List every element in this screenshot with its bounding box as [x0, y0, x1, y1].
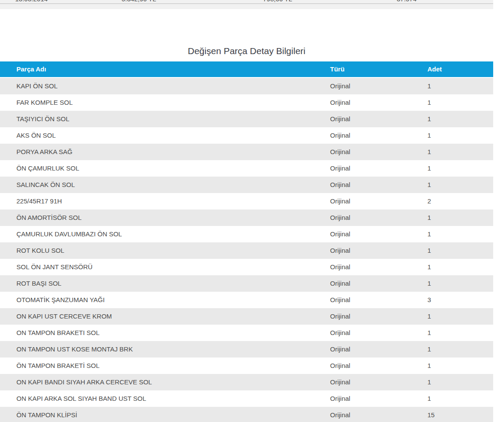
part-type-cell: Orijinal — [330, 209, 350, 226]
part-qty-cell: 1 — [427, 111, 431, 127]
part-qty-cell: 1 — [427, 275, 431, 292]
part-qty-cell: 1 — [427, 325, 431, 341]
table-row: SOL ÖN JANT SENSÖRÜOrijinal1 — [0, 259, 493, 275]
part-name-cell: ROT KOLU SOL — [16, 242, 64, 259]
previous-table-bottom-border — [0, 3, 493, 4]
part-name-cell: TAŞIYICI ÖN SOL — [16, 111, 69, 127]
section-title: Değişen Parça Detay Bilgileri — [0, 46, 493, 56]
table-row: ON KAPI BANDI SIYAH ARKA CERCEVE SOLOrij… — [0, 374, 493, 390]
part-name-cell: ÖN TAMPON BRAKETİ SOL — [16, 358, 100, 374]
part-qty-cell: 1 — [427, 127, 431, 144]
part-name-cell: ÖN TAMPON KLİPSİ — [16, 407, 77, 422]
part-name-cell: ON TAMPON BRAKETI SOL — [16, 325, 100, 341]
table-row: ON TAMPON UST KOSE MONTAJ BRKOrijinal1 — [0, 341, 493, 358]
part-name-cell: ROT BAŞI SOL — [16, 275, 61, 292]
part-name-cell: OTOMATİK ŞANZUMAN YAĞI — [16, 292, 105, 308]
table-row: OTOMATİK ŞANZUMAN YAĞIOrijinal3 — [0, 292, 493, 308]
table-row: ÖN TAMPON BRAKETİ SOLOrijinal1 — [0, 358, 493, 374]
part-type-cell: Orijinal — [330, 242, 350, 259]
part-type-cell: Orijinal — [330, 407, 350, 422]
column-header-turu: Türü — [330, 61, 344, 77]
table-row: ON KAPI ARKA SOL SIYAH BAND UST SOLOriji… — [0, 390, 493, 407]
table-row: SALINCAK ÖN SOLOrijinal1 — [0, 177, 493, 193]
table-row: FAR KOMPLE SOLOrijinal1 — [0, 94, 493, 111]
partial-cell-date: 13.03.2014 — [15, 0, 48, 3]
part-qty-cell: 1 — [427, 308, 431, 325]
part-qty-cell: 1 — [427, 177, 431, 193]
part-name-cell: ÖN ÇAMURLUK SOL — [16, 160, 79, 177]
part-type-cell: Orijinal — [330, 193, 350, 209]
part-name-cell: ON KAPI UST CERCEVE KROM — [16, 308, 112, 325]
part-name-cell: AKS ÖN SOL — [16, 127, 56, 144]
part-type-cell: Orijinal — [330, 308, 350, 325]
table-row: ROT KOLU SOLOrijinal1 — [0, 242, 493, 259]
part-qty-cell: 1 — [427, 374, 431, 390]
partial-cell-amount-2: 798,00 TL — [263, 0, 292, 3]
part-type-cell: Orijinal — [330, 111, 350, 127]
part-name-cell: ÖN AMORTİSÖR SOL — [16, 209, 82, 226]
part-name-cell: ÇAMURLUK DAVLUMBAZI ÖN SOL — [16, 226, 122, 242]
part-qty-cell: 1 — [427, 242, 431, 259]
part-qty-cell: 1 — [427, 160, 431, 177]
column-header-adet: Adet — [427, 61, 442, 77]
table-body: KAPI ÖN SOLOrijinal1FAR KOMPLE SOLOrijin… — [0, 78, 493, 422]
part-name-cell: KAPI ÖN SOL — [16, 78, 58, 94]
table-row: KAPI ÖN SOLOrijinal1 — [0, 78, 493, 94]
table-row: ÇAMURLUK DAVLUMBAZI ÖN SOLOrijinal1 — [0, 226, 493, 242]
part-qty-cell: 1 — [427, 341, 431, 358]
part-type-cell: Orijinal — [330, 374, 350, 390]
part-name-cell: ON KAPI BANDI SIYAH ARKA CERCEVE SOL — [16, 374, 152, 390]
part-name-cell: SALINCAK ÖN SOL — [16, 177, 75, 193]
previous-table-partial-row: 13.03.2014 5.342,90 TL 798,00 TL 37.574 — [0, 0, 493, 9]
changed-parts-table: Parça Adı Türü Adet KAPI ÖN SOLOrijinal1… — [0, 61, 493, 422]
part-name-cell: FAR KOMPLE SOL — [16, 94, 73, 111]
table-row: ROT BAŞI SOLOrijinal1 — [0, 275, 493, 292]
table-row: TAŞIYICI ÖN SOLOrijinal1 — [0, 111, 493, 127]
partial-cell-amount-1: 5.342,90 TL — [122, 0, 156, 3]
part-type-cell: Orijinal — [330, 275, 350, 292]
part-type-cell: Orijinal — [330, 358, 350, 374]
table-row: 225/45R17 91HOrijinal2 — [0, 193, 493, 209]
part-qty-cell: 15 — [427, 407, 435, 422]
part-qty-cell: 1 — [427, 94, 431, 111]
part-type-cell: Orijinal — [330, 341, 350, 358]
table-header-row: Parça Adı Türü Adet — [0, 61, 493, 77]
part-name-cell: 225/45R17 91H — [16, 193, 62, 209]
part-qty-cell: 1 — [427, 144, 431, 160]
part-type-cell: Orijinal — [330, 144, 350, 160]
part-qty-cell: 2 — [427, 193, 431, 209]
table-row: AKS ÖN SOLOrijinal1 — [0, 127, 493, 144]
part-name-cell: PORYA ARKA SAĞ — [16, 144, 73, 160]
part-qty-cell: 1 — [427, 226, 431, 242]
table-row: ÖN TAMPON KLİPSİOrijinal15 — [0, 407, 493, 422]
part-name-cell: ON KAPI ARKA SOL SIYAH BAND UST SOL — [16, 390, 146, 407]
part-type-cell: Orijinal — [330, 94, 350, 111]
part-name-cell: SOL ÖN JANT SENSÖRÜ — [16, 259, 93, 275]
part-qty-cell: 1 — [427, 259, 431, 275]
part-qty-cell: 1 — [427, 390, 431, 407]
part-qty-cell: 1 — [427, 209, 431, 226]
part-qty-cell: 1 — [427, 358, 431, 374]
part-type-cell: Orijinal — [330, 292, 350, 308]
partial-row-cells: 13.03.2014 5.342,90 TL 798,00 TL 37.574 — [0, 0, 493, 3]
table-row: ON TAMPON BRAKETI SOLOrijinal1 — [0, 325, 493, 341]
partial-cell-kilometers: 37.574 — [397, 0, 417, 3]
part-type-cell: Orijinal — [330, 259, 350, 275]
part-type-cell: Orijinal — [330, 78, 350, 94]
part-qty-cell: 3 — [427, 292, 431, 308]
part-type-cell: Orijinal — [330, 160, 350, 177]
part-type-cell: Orijinal — [330, 127, 350, 144]
part-type-cell: Orijinal — [330, 390, 350, 407]
table-row: ÖN ÇAMURLUK SOLOrijinal1 — [0, 160, 493, 177]
part-qty-cell: 1 — [427, 78, 431, 94]
column-header-parca-adi: Parça Adı — [16, 61, 46, 77]
part-type-cell: Orijinal — [330, 226, 350, 242]
table-row: PORYA ARKA SAĞOrijinal1 — [0, 144, 493, 160]
table-row: ÖN AMORTİSÖR SOLOrijinal1 — [0, 209, 493, 226]
table-row: ON KAPI UST CERCEVE KROMOrijinal1 — [0, 308, 493, 325]
part-name-cell: ON TAMPON UST KOSE MONTAJ BRK — [16, 341, 133, 358]
part-type-cell: Orijinal — [330, 325, 350, 341]
part-type-cell: Orijinal — [330, 177, 350, 193]
